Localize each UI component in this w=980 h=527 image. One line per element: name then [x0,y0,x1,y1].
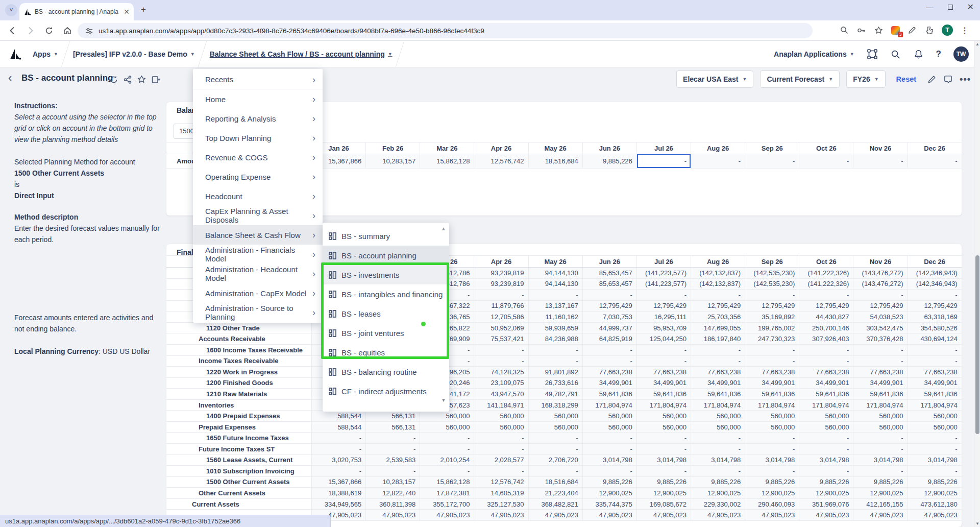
grid-cell[interactable]: - [853,444,907,454]
grid-cell[interactable]: 11,160,162 [528,312,582,322]
grid-cell[interactable]: 199,765,002 [745,323,799,333]
grid-cell[interactable]: 15,862,128 [420,154,474,168]
grid-cell[interactable]: - [474,444,528,454]
grid-cell[interactable]: 566,131 [365,411,420,421]
grid-cell[interactable]: - [528,444,582,454]
grid-cell[interactable]: 34,499,901 [853,378,907,389]
grid-cell[interactable]: - [582,466,636,476]
grid-cell[interactable]: (141,223,577) [636,268,691,278]
grid-cell[interactable]: 77,663,238 [853,367,907,377]
grid-cell[interactable]: 75,537,421 [474,333,528,344]
grid-cell[interactable]: 3,014,798 [908,455,962,466]
menu-item-recents[interactable]: Recents› [193,70,323,89]
grid-cell[interactable]: - [636,154,691,168]
grid-cell[interactable]: - [528,345,582,355]
grid-cell[interactable]: (141,222,326) [799,268,853,278]
menu-item-revenue-cogs[interactable]: Revenue & COGS› [193,148,323,167]
grid-cell[interactable]: 9,885,226 [853,477,907,488]
browser-menu-icon[interactable]: ⋮ [961,26,969,35]
row-label[interactable]: 1200 Finished Goods [166,378,311,389]
row-label[interactable]: 1220 Work in Progress [166,367,311,377]
model-selector[interactable]: [Presales] IFP v2.0.0 - Base Demo▼ [73,50,195,58]
window-minimize-button[interactable]: — [926,3,934,11]
anaplan-logo[interactable] [8,47,21,61]
grid-cell[interactable]: 25,703,356 [691,312,745,322]
grid-cell[interactable]: 560,000 [908,411,962,421]
grid-cell[interactable]: 77,663,238 [745,367,799,377]
password-key-icon[interactable] [856,26,866,35]
favorite-star-icon[interactable] [137,75,146,84]
grid-cell[interactable]: 171,804,974 [799,400,853,411]
grid-cell[interactable]: 10,283,157 [365,477,420,488]
window-close-button[interactable]: ✕ [967,2,974,12]
grid-cell[interactable]: 12,900,025 [636,488,691,498]
grid-cell[interactable]: - [799,154,853,168]
reset-button[interactable]: Reset [896,75,917,83]
context-selector-year[interactable]: FY26▼ [846,70,885,88]
scroll-down-icon[interactable]: ▼ [441,397,446,403]
grid-cell[interactable]: 560,000 [420,411,474,421]
grid-cell[interactable]: - [582,345,636,355]
grid-cell[interactable]: 3,020,753 [311,455,365,466]
grid-cell[interactable]: - [420,444,474,454]
grid-cell[interactable]: 13,137,167 [528,301,582,312]
grid-cell[interactable]: 47,905,023 [420,510,474,520]
grid-cell[interactable]: - [636,290,691,300]
grid-cell[interactable]: 34,499,901 [908,378,962,389]
grid-cell[interactable]: 16,295,111 [636,312,691,322]
grid-cell[interactable]: 3,014,798 [636,455,691,466]
bookmark-star-icon[interactable] [874,26,884,35]
submenu-item-bs-balancing-routine[interactable]: BS - balancing routine [323,362,449,381]
grid-cell[interactable]: 430,694,124 [908,333,962,344]
grid-cell[interactable]: - [853,290,907,300]
menu-item-top-down-planning[interactable]: Top Down Planning› [193,128,323,148]
grid-cell[interactable]: 125,044,250 [636,333,691,344]
grid-cell[interactable]: 9,885,226 [691,477,745,488]
grid-cell[interactable]: 49,782,791 [528,389,582,399]
submenu-item-cf-indirect-adjustments[interactable]: CF - indirect adjustments [323,381,449,401]
edit-board-icon[interactable] [927,75,937,84]
grid-cell[interactable]: (142,346,943) [908,279,962,290]
grid-cell[interactable]: 94,144,130 [528,279,582,290]
grid-cell[interactable]: 47,905,023 [799,510,853,520]
grid-cell[interactable]: 355,172,700 [420,499,474,510]
grid-cell[interactable]: 9,885,226 [908,477,962,488]
grid-cell[interactable]: 171,804,974 [636,400,691,411]
row-label[interactable]: 1500 Other Current Assets [166,477,311,488]
menu-item-administration-financials-model[interactable]: Administration - Financials Model› [193,245,323,264]
grid-cell[interactable]: 93,239,819 [474,268,528,278]
grid-cell[interactable]: - [745,154,799,168]
grid-cell[interactable]: 2,539,583 [365,455,420,466]
grid-cell[interactable]: 473,612,180 [908,499,962,510]
row-label[interactable]: 1120 Other Trade [166,323,311,333]
grid-cell[interactable]: 325,127,530 [474,499,528,510]
grid-cell[interactable]: - [365,444,420,454]
share-icon[interactable] [123,75,132,84]
grid-cell[interactable]: 3,014,798 [582,455,636,466]
grid-cell[interactable]: 2,010,254 [420,455,474,466]
grid-cell[interactable]: 94,144,130 [528,268,582,278]
grid-cell[interactable]: 47,905,023 [908,510,962,520]
grid-cell[interactable]: 247,730,323 [745,333,799,344]
grid-cell[interactable]: 85,653,457 [582,279,636,290]
grid-cell[interactable]: 64,825,919 [582,333,636,344]
grid-cell[interactable]: (143,476,272) [853,279,907,290]
grid-cell[interactable]: 588,544 [311,422,365,433]
grid-cell[interactable]: 354,580,526 [908,323,962,333]
grid-cell[interactable]: - [311,466,365,476]
grid-cell[interactable]: - [691,356,745,367]
grid-cell[interactable]: 12,795,429 [636,301,691,312]
tab-close-icon[interactable]: ✕ [124,8,130,15]
grid-cell[interactable]: 14,605,319 [474,488,528,498]
grid-cell[interactable]: 47,905,023 [691,510,745,520]
grid-cell[interactable]: 47,905,023 [853,510,907,520]
extension-icon[interactable]: 3 [891,26,900,35]
reload-icon[interactable] [43,25,55,37]
menu-item-reporting-analysis[interactable]: Reporting & Analysis› [193,109,323,128]
home-icon[interactable] [61,25,74,37]
grid-cell[interactable]: 18,516,684 [528,477,582,488]
anaplan-applications-menu[interactable]: Anaplan Applications▼ [774,50,854,58]
grid-cell[interactable]: 307,926,403 [799,333,853,344]
grid-cell[interactable]: 91,801,892 [528,367,582,377]
grid-cell[interactable]: 3,014,798 [691,455,745,466]
